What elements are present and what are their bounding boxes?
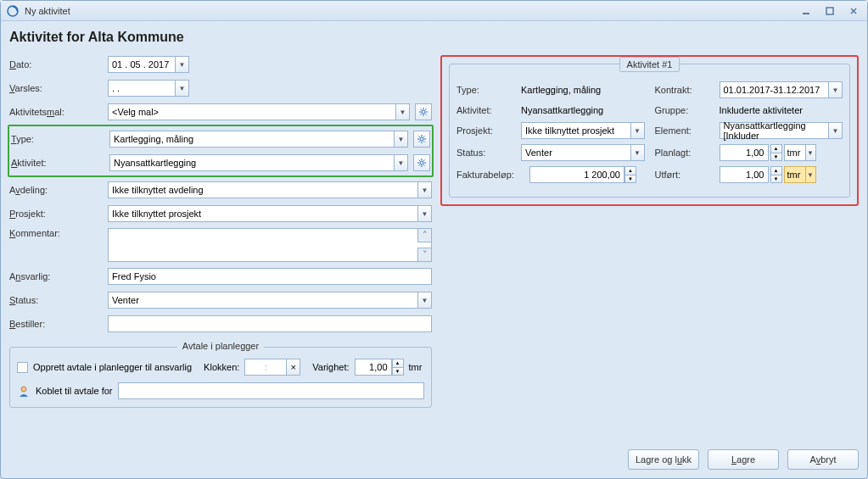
varsles-dropdown-button[interactable]: ▼ — [176, 80, 189, 97]
varighet-spinner[interactable]: ▲▼ — [392, 359, 404, 376]
r-prosjekt-dropdown-button[interactable]: ▼ — [631, 122, 645, 139]
left-column: Dato: 01 . 05 . 2017 ▼ Varsles: . . ▼ Ak… — [9, 55, 432, 436]
r-gruppe-value: Inkluderte aktiviteter — [720, 103, 843, 117]
aktivitetsmal-gear-button[interactable] — [415, 103, 432, 120]
r-utfort-unit-dropdown[interactable]: ▼ — [806, 166, 816, 183]
r-planlagt-label: Planlagt: — [655, 148, 714, 158]
bestiller-label: Bestiller: — [9, 319, 103, 329]
avdeling-label: Avdeling: — [9, 185, 103, 195]
aktivitet-1-legend: Aktivitet #1 — [619, 57, 680, 72]
opprett-avtale-label: Opprett avtale i planlegger til ansvarli… — [33, 362, 192, 372]
svg-rect-2 — [826, 8, 833, 14]
titlebar: Ny aktivitet — [1, 1, 867, 21]
highlighted-section: Type: Kartlegging, måling ▼ Aktivitet: N… — [8, 125, 434, 177]
r-kontrakt-combo[interactable]: 01.01.2017-31.12.2017 — [720, 81, 830, 98]
window-title: Ny aktivitet — [25, 6, 798, 16]
maximize-button[interactable] — [821, 4, 838, 18]
type-label: Type: — [11, 134, 104, 144]
r-element-dropdown-button[interactable]: ▼ — [829, 122, 843, 139]
type-dropdown-button[interactable]: ▼ — [395, 131, 408, 148]
aktivitet-combo[interactable]: Nyansattkartlegging — [109, 154, 395, 171]
r-planlagt-unit-dropdown[interactable]: ▼ — [806, 144, 816, 161]
varighet-label: Varighet: — [312, 362, 349, 372]
klokken-input[interactable]: : — [244, 359, 287, 376]
prosjekt-dropdown-button[interactable]: ▼ — [418, 205, 432, 222]
r-type-value: Kartlegging, måling — [521, 83, 645, 97]
status-dropdown-button[interactable]: ▼ — [418, 292, 432, 309]
r-utfort-spinner[interactable]: ▲▼ — [770, 166, 782, 183]
footer: Lagre og lukk Lagre Avbryt — [1, 444, 867, 478]
r-utfort-unit[interactable]: tmr — [784, 166, 806, 183]
r-kontrakt-dropdown-button[interactable]: ▼ — [829, 81, 843, 98]
r-faktura-input[interactable]: 1 200,00 — [529, 166, 624, 183]
minimize-button[interactable] — [798, 4, 815, 18]
app-icon — [6, 4, 20, 18]
user-icon — [17, 384, 31, 398]
r-faktura-spinner[interactable]: ▲▼ — [624, 166, 636, 183]
dato-dropdown-button[interactable]: ▼ — [176, 56, 189, 73]
dato-input[interactable]: 01 . 05 . 2017 — [108, 56, 176, 73]
aktivitetsmal-dropdown-button[interactable]: ▼ — [396, 103, 410, 120]
svg-point-4 — [420, 137, 423, 141]
svg-point-3 — [422, 110, 425, 114]
svg-point-6 — [21, 387, 26, 392]
kommentar-textarea[interactable]: ˄ ˅ — [108, 228, 432, 262]
varighet-unit: tmr — [409, 362, 423, 372]
type-combo[interactable]: Kartlegging, måling — [109, 131, 395, 148]
kommentar-label: Kommentar: — [9, 228, 103, 238]
aktivitetsmal-label: Aktivitetsmal: — [9, 107, 103, 117]
r-planlagt-unit[interactable]: tmr — [784, 144, 806, 161]
aktivitet-label: Aktivitet: — [11, 158, 104, 168]
varsles-label: Varsles: — [9, 83, 103, 93]
r-gruppe-label: Gruppe: — [655, 105, 714, 115]
gear-icon — [417, 158, 427, 168]
varsles-input[interactable]: . . — [108, 80, 176, 97]
save-button[interactable]: Lagre — [708, 449, 779, 470]
koblet-label: Koblet til avtale for — [36, 386, 113, 396]
type-gear-button[interactable] — [413, 131, 430, 148]
close-button[interactable] — [845, 4, 862, 18]
prosjekt-combo[interactable]: Ikke tilknyttet prosjekt — [108, 205, 418, 222]
right-panel-highlight: Aktivitet #1 Type:Kartlegging, måling Ko… — [440, 55, 859, 206]
dato-label: Dato: — [9, 59, 103, 70]
koblet-input[interactable] — [118, 382, 425, 399]
bestiller-input[interactable] — [108, 315, 432, 332]
aktivitetsmal-combo[interactable]: <Velg mal> — [108, 103, 396, 120]
ansvarlig-input[interactable]: Fred Fysio — [108, 268, 432, 285]
avdeling-dropdown-button[interactable]: ▼ — [418, 181, 432, 198]
window: Ny aktivitet Aktivitet for Alta Kommune … — [0, 0, 868, 479]
aktivitet-dropdown-button[interactable]: ▼ — [395, 154, 408, 171]
prosjekt-label: Prosjekt: — [9, 209, 103, 219]
status-combo[interactable]: Venter — [108, 292, 418, 309]
avtale-legend: Avtale i planlegger — [177, 341, 264, 351]
gear-icon — [418, 107, 428, 117]
r-status-dropdown-button[interactable]: ▼ — [631, 144, 645, 161]
page-title: Aktivitet for Alta Kommune — [9, 30, 859, 45]
r-type-label: Type: — [456, 85, 516, 95]
svg-rect-1 — [803, 13, 809, 14]
scroll-up-icon[interactable]: ˄ — [417, 229, 431, 242]
r-aktivitet-value: Nyansattkartlegging — [521, 103, 645, 117]
r-utfort-label: Utført: — [655, 170, 714, 180]
r-planlagt-spinner[interactable]: ▲▼ — [770, 144, 782, 161]
save-and-close-button[interactable]: Lagre og lukk — [628, 449, 699, 470]
aktivitet-gear-button[interactable] — [413, 154, 430, 171]
r-planlagt-input[interactable]: 1,00 — [720, 144, 769, 161]
cancel-button[interactable]: Avbryt — [787, 449, 859, 470]
avdeling-combo[interactable]: Ikke tilknyttet avdeling — [108, 181, 418, 198]
r-faktura-label: Fakturabeløp: — [456, 170, 524, 180]
gear-icon — [417, 134, 427, 144]
svg-point-5 — [420, 161, 423, 164]
klokken-clear-button[interactable]: × — [287, 359, 300, 376]
opprett-avtale-checkbox[interactable] — [17, 362, 28, 373]
r-aktivitet-label: Aktivitet: — [456, 105, 516, 115]
r-kontrakt-label: Kontrakt: — [655, 85, 714, 95]
varighet-input[interactable]: 1,00 — [355, 359, 392, 376]
r-element-combo[interactable]: Nyansattkartlegging [Inkluder — [720, 122, 830, 139]
r-status-label: Status: — [456, 148, 516, 158]
r-prosjekt-combo[interactable]: Ikke tilknyttet prosjekt — [521, 122, 631, 139]
r-prosjekt-label: Prosjekt: — [456, 125, 516, 136]
scroll-down-icon[interactable]: ˅ — [417, 248, 431, 261]
r-status-combo[interactable]: Venter — [521, 144, 631, 161]
r-utfort-input[interactable]: 1,00 — [720, 166, 769, 183]
